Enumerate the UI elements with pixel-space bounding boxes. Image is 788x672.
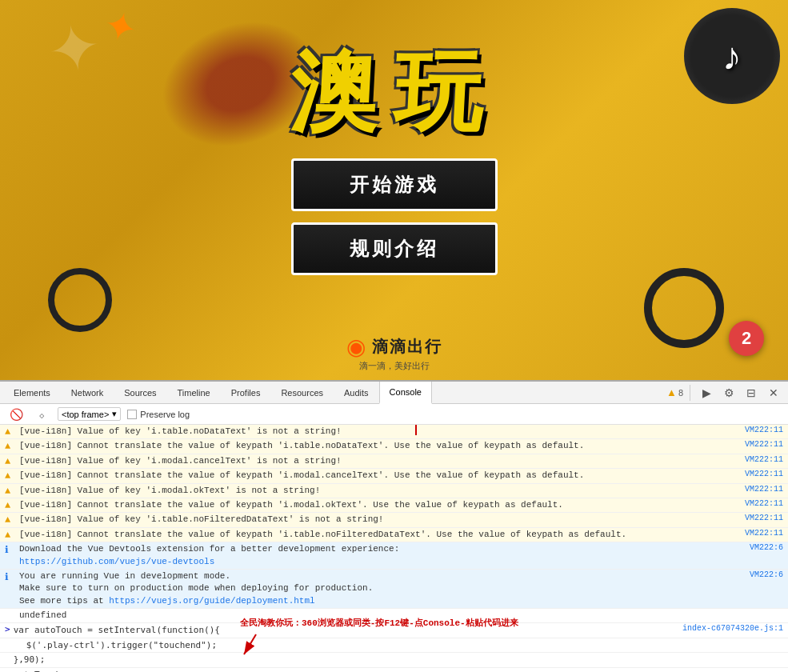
dock-icon[interactable]: ⊟ (742, 384, 760, 402)
warning-badge: ▲ 8 (666, 386, 683, 398)
rules-button[interactable]: 规则介绍 (291, 222, 498, 275)
settings-icon[interactable]: ⚙ (720, 384, 738, 402)
log-line: ℹ You are running Vue in development mod… (0, 570, 788, 609)
log-line: ▲ [vue-i18n] Value of key 'i.modal.okTex… (0, 484, 788, 498)
log-line: ▲ [vue-i18n] Cannot translate the value … (0, 528, 788, 542)
game-title-chars: 澳 玩 (290, 48, 498, 136)
tab-console[interactable]: Console (379, 382, 432, 404)
vue-deployment-link[interactable]: https://vuejs.org/guide/deployment.html (109, 596, 314, 606)
log-text: [vue-i18n] Value of key 'i.modal.cancelT… (19, 455, 738, 467)
log-text: Download the Vue Devtools extension for … (19, 543, 743, 568)
log-text: [vue-i18n] Value of key 'i.table.noFilte… (19, 514, 738, 526)
info-icon: ℹ (5, 571, 16, 583)
log-line: ▲ [vue-i18n] Value of key 'i.modal.cance… (0, 454, 788, 469)
devtools-tabs: Elements Network Sources Timeline Profil… (0, 382, 788, 404)
log-source-link[interactable]: VM222:11 (745, 470, 783, 478)
log-text: undefined (19, 610, 783, 622)
log-source-link[interactable]: VM222:11 (745, 499, 783, 508)
warn-icon: ▲ (5, 456, 16, 467)
title-char: 澳 (288, 48, 397, 136)
close-icon[interactable]: ✕ (765, 384, 782, 402)
devtools-panel: Elements Network Sources Timeline Profil… (0, 380, 788, 672)
separator (690, 385, 690, 401)
deco-circle-bl (48, 268, 112, 332)
log-line: ℹ Download the Vue Devtools extension fo… (0, 542, 788, 570)
log-line-cmd: > var autoTouch = setInterval(function()… (0, 623, 788, 638)
log-text: },90); (14, 654, 783, 666)
console-frame-bar: 🚫 ⬦ <top frame> ▾ Preserve log (0, 404, 788, 425)
log-source-link[interactable]: VM222:11 (745, 455, 783, 464)
frame-label: <top frame> (62, 410, 109, 419)
warn-icon: ▲ (5, 530, 16, 541)
log-source-link[interactable]: VM222:11 (745, 426, 783, 434)
brand-name: 滴滴出行 (372, 336, 442, 358)
tab-elements[interactable]: Elements (3, 382, 61, 403)
log-source-link[interactable]: VM222:11 (745, 529, 783, 538)
deco-star2: ✦ (98, 1, 143, 54)
clear-console-icon[interactable]: 🚫 (7, 406, 25, 423)
log-text: [vue-i18n] Value of key 'i.modal.okText'… (19, 485, 738, 497)
warning-icon: ▲ (666, 386, 677, 398)
preserve-log-label: Preserve log (140, 410, 190, 419)
log-text: [vue-i18n] Cannot translate the value of… (19, 440, 738, 452)
warn-icon: ▲ (5, 470, 16, 482)
title-char2: 玩 (392, 48, 501, 136)
log-source-link[interactable]: VM222:11 (745, 440, 783, 449)
log-line: undefined (0, 609, 788, 623)
warn-icon: ▲ (5, 441, 16, 452)
warning-count: 8 (678, 388, 683, 398)
log-line-cmd4: > autoTouch; (0, 668, 788, 672)
console-output[interactable]: ▲ [vue-i18n] Value of key 'i.table.noDat… (0, 425, 788, 672)
vue-devtools-link[interactable]: https://github.com/vuejs/vue-devtools (19, 557, 214, 566)
warn-icon: ▲ (5, 426, 16, 438)
brand-sub: 滴一滴，美好出行 (359, 360, 430, 372)
tab-audits[interactable]: Audits (334, 382, 379, 403)
start-game-button[interactable]: 开始游戏 (291, 158, 498, 211)
log-text: var autoTouch = setInterval(function(){ (14, 624, 676, 636)
frame-dropdown-icon: ▾ (112, 409, 117, 419)
run-icon[interactable]: ▶ (698, 384, 715, 402)
didi-icon: ◉ (346, 334, 366, 360)
game-area: ♪ ✦ ✦ 澳 玩 开始游戏 规则介绍 ◉ 滴滴出行 (0, 0, 788, 380)
code-section: > var autoTouch = setInterval(function()… (0, 623, 788, 672)
tab-network[interactable]: Network (61, 382, 114, 403)
log-text: $('.play-ctrl').trigger("touchend"); (14, 639, 783, 651)
log-text: [vue-i18n] Cannot translate the value of… (19, 499, 738, 511)
log-source-link[interactable]: VM222:11 (745, 514, 783, 522)
tab-resources[interactable]: Resources (270, 382, 334, 403)
log-text: [vue-i18n] Value of key 'i.table.noDataT… (19, 426, 738, 438)
warn-icon: ▲ (5, 486, 16, 497)
info-icon: ℹ (5, 544, 16, 556)
log-source-link[interactable]: VM222:6 (750, 543, 783, 552)
log-source-link[interactable]: VM222:6 (750, 570, 783, 579)
prompt-icon: > (5, 624, 10, 634)
log-line: ▲ [vue-i18n] Cannot translate the value … (0, 498, 788, 513)
log-text: [vue-i18n] Cannot translate the value of… (19, 529, 738, 541)
warn-icon: ▲ (5, 514, 16, 526)
log-line: ▲ [vue-i18n] Value of key 'i.table.noDat… (0, 425, 788, 439)
log-line: ▲ [vue-i18n] Cannot translate the value … (0, 469, 788, 483)
game-buttons: 开始游戏 规则介绍 (291, 158, 498, 275)
warn-icon: ▲ (5, 500, 16, 511)
log-text: [vue-i18n] Cannot translate the value of… (19, 470, 738, 482)
tab-sources[interactable]: Sources (114, 382, 166, 403)
log-line: ▲ [vue-i18n] Cannot translate the value … (0, 439, 788, 454)
filter-icon[interactable]: ⬦ (33, 406, 50, 423)
notification-badge: 2 (729, 321, 764, 356)
log-line-cmd3: > },90); (0, 653, 788, 667)
tab-profiles[interactable]: Profiles (221, 382, 271, 403)
brand-area: ◉ 滴滴出行 滴一滴，美好出行 (346, 334, 442, 372)
log-source-link[interactable]: VM222:11 (745, 485, 783, 494)
log-source-link[interactable]: index-c67074320e.js:1 (682, 624, 783, 633)
log-text: autoTouch; (14, 669, 783, 672)
log-line-cmd2: > $('.play-ctrl').trigger("touchend"); (0, 638, 788, 653)
frame-select[interactable]: <top frame> ▾ (58, 407, 121, 421)
log-text: You are running Vue in development mode.… (19, 570, 743, 607)
preserve-log-checkbox[interactable]: Preserve log (127, 410, 190, 419)
checkbox (127, 410, 137, 419)
title-area: 澳 玩 开始游戏 规则介绍 (0, 48, 788, 275)
tab-timeline[interactable]: Timeline (167, 382, 221, 403)
deco-circle-br (644, 268, 724, 348)
log-line: ▲ [vue-i18n] Value of key 'i.table.noFil… (0, 513, 788, 527)
